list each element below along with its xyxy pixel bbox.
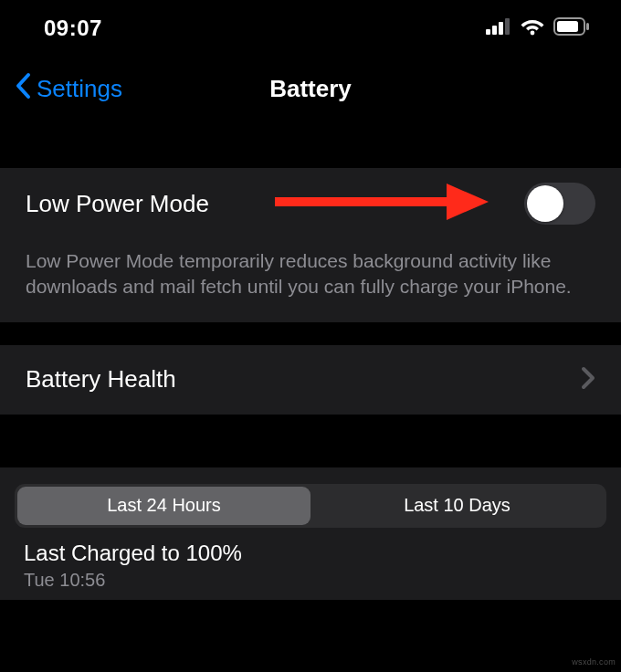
tab-last-10-days[interactable]: Last 10 Days xyxy=(310,487,604,525)
watermark: wsxdn.com xyxy=(572,657,616,667)
low-power-mode-row: Low Power Mode xyxy=(0,168,621,239)
back-label: Settings xyxy=(37,75,122,103)
low-power-mode-label: Low Power Mode xyxy=(26,190,209,218)
svg-rect-7 xyxy=(586,23,589,30)
nav-bar: Settings Battery xyxy=(0,57,621,121)
battery-health-label: Battery Health xyxy=(26,365,176,394)
low-power-mode-description: Low Power Mode temporarily reduces backg… xyxy=(0,239,621,322)
svg-rect-6 xyxy=(557,21,578,32)
arrow-callout-icon xyxy=(269,180,489,227)
last-charged-subtitle: Tue 10:56 xyxy=(15,570,606,591)
svg-rect-1 xyxy=(492,26,497,35)
svg-point-4 xyxy=(531,31,535,36)
chevron-left-icon xyxy=(15,72,33,106)
usage-section: Last 24 Hours Last 10 Days Last Charged … xyxy=(0,467,621,600)
segmented-control: Last 24 Hours Last 10 Days xyxy=(15,484,606,528)
status-time: 09:07 xyxy=(44,16,102,41)
svg-rect-3 xyxy=(505,18,510,35)
wifi-icon xyxy=(521,17,544,39)
cellular-icon xyxy=(486,18,511,38)
tab-last-24-hours[interactable]: Last 24 Hours xyxy=(17,487,310,525)
status-bar: 09:07 xyxy=(0,0,621,57)
low-power-mode-toggle[interactable] xyxy=(524,183,595,225)
chevron-right-icon xyxy=(581,366,595,394)
svg-rect-0 xyxy=(486,29,490,35)
svg-marker-9 xyxy=(447,184,489,220)
svg-rect-2 xyxy=(499,22,503,35)
battery-health-row[interactable]: Battery Health xyxy=(0,345,621,415)
last-charged-title: Last Charged to 100% xyxy=(15,541,606,566)
battery-icon xyxy=(553,17,590,39)
status-icons xyxy=(486,17,590,39)
back-button[interactable]: Settings xyxy=(15,72,122,106)
